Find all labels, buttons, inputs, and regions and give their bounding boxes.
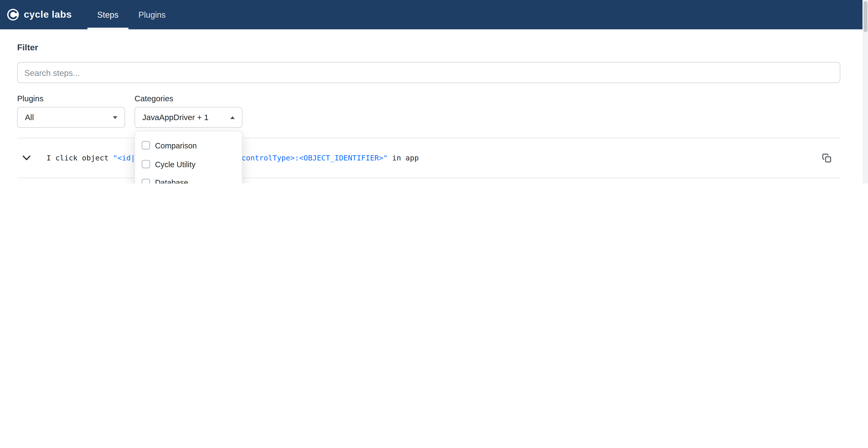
plugins-select[interactable]: All [17,107,125,128]
filter-heading: Filter [17,42,840,53]
category-option-label: Database [155,178,188,184]
nav-tabs: Steps Plugins [87,0,176,29]
copy-icon[interactable] [822,153,832,163]
plugins-control: Plugins All [17,94,125,128]
tab-plugins-label: Plugins [138,10,166,20]
filter-controls: Plugins All Categories JavaAppDriver + 1… [17,94,840,128]
chevron-down-icon[interactable] [23,155,30,160]
category-option-label: Comparison [155,141,197,150]
category-option[interactable]: Database [135,173,242,184]
search-input[interactable] [17,62,840,83]
categories-dropdown: Comparison Cycle Utility Database File A… [135,130,243,184]
brand: cycle labs [4,0,74,29]
checkbox-icon[interactable] [142,179,150,184]
plugins-label: Plugins [17,94,125,103]
checkbox-icon[interactable] [142,160,150,168]
categories-label: Categories [135,94,243,103]
tab-steps[interactable]: Steps [87,0,128,29]
category-option-label: Cycle Utility [155,160,195,169]
caret-down-icon [113,116,117,119]
brand-logo-icon [7,8,19,21]
category-option[interactable]: Comparison [135,136,242,155]
scrollbar[interactable] [863,0,868,184]
category-option[interactable]: Cycle Utility [135,155,242,173]
main-content: Filter Plugins All Categories JavaAppDri… [0,42,868,184]
checkbox-icon[interactable] [142,141,150,150]
tab-steps-label: Steps [97,10,119,20]
tab-plugins[interactable]: Plugins [128,0,176,29]
navbar: cycle labs Steps Plugins [0,0,868,29]
caret-up-icon [230,116,235,119]
categories-select[interactable]: JavaAppDriver + 1 [135,107,243,128]
categories-select-value: JavaAppDriver + 1 [142,113,209,122]
scrollbar-thumb[interactable] [863,1,867,32]
categories-option-list: Comparison Cycle Utility Database File A… [135,136,242,184]
brand-name: cycle labs [24,9,72,21]
app-window: cycle labs Steps Plugins Filter Plugins … [0,0,868,184]
categories-control: Categories JavaAppDriver + 1 Comparison … [135,94,243,128]
plugins-select-value: All [25,113,34,122]
